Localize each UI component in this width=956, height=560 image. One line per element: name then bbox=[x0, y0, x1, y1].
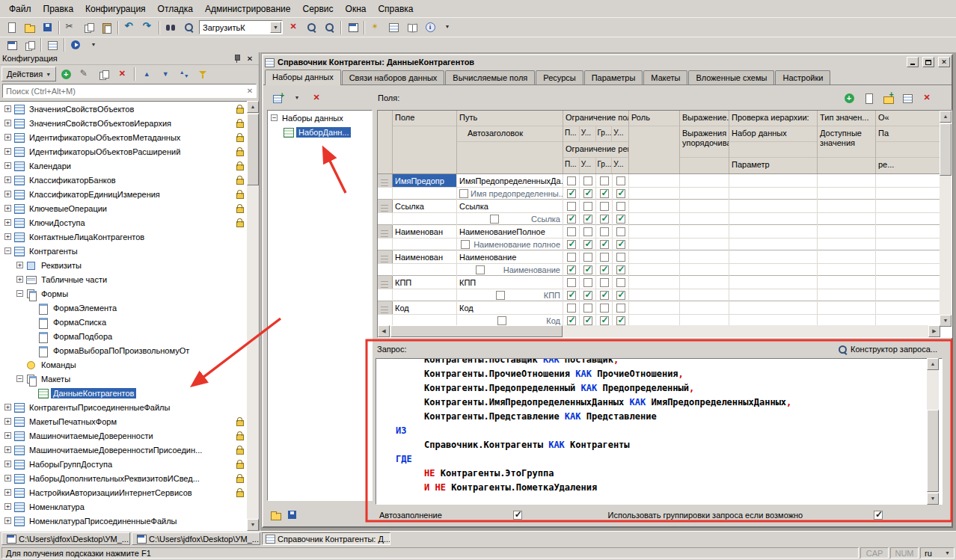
add-field-button[interactable] bbox=[840, 90, 858, 106]
row-grip[interactable] bbox=[378, 301, 393, 314]
tree-item-МашиночитаемыеДоверенностиПрисоедин[interactable]: +МашиночитаемыеДоверенностиПрисоедин... bbox=[0, 443, 259, 457]
edit-object-button[interactable] bbox=[76, 67, 94, 82]
field-path-cell[interactable]: КПП bbox=[457, 276, 563, 289]
menu-Отладка[interactable]: Отладка bbox=[152, 1, 199, 16]
tree-item-КлассификаторБанков[interactable]: +КлассификаторБанков bbox=[0, 173, 259, 187]
field-path-cell[interactable]: НаименованиеПолное bbox=[457, 225, 563, 238]
fields-table-vscrollbar[interactable]: ▲ ▼ bbox=[940, 111, 952, 327]
tree-item-КлючиДоступа[interactable]: +КлючиДоступа bbox=[0, 215, 259, 230]
autotitle-checkbox[interactable] bbox=[497, 316, 506, 325]
add-auto-field-button[interactable] bbox=[860, 90, 877, 106]
autotitle-checkbox[interactable] bbox=[461, 240, 470, 249]
tree-item-Табличныечасти[interactable]: +Табличные части bbox=[0, 272, 259, 286]
field-name-cell[interactable]: Код bbox=[393, 301, 457, 314]
query-text-editor[interactable]: Контрагенты.Поставщик КАК Поставщик,Конт… bbox=[376, 358, 943, 505]
restriction-checkbox-unchecked[interactable] bbox=[600, 202, 609, 211]
restriction-checkbox-checked[interactable] bbox=[567, 291, 576, 300]
tab-Параметры[interactable]: Параметры bbox=[584, 70, 643, 84]
syntax-check-button[interactable] bbox=[367, 19, 384, 35]
expander-expand-icon[interactable]: + bbox=[4, 475, 11, 481]
expander-expand-icon[interactable]: + bbox=[4, 404, 11, 410]
save-query-button[interactable] bbox=[285, 508, 298, 521]
expander-expand-icon[interactable]: + bbox=[4, 418, 11, 425]
field-path-cell[interactable]: ИмяПредопределенныхДа... bbox=[457, 174, 563, 187]
sort-button[interactable] bbox=[175, 67, 193, 82]
datasets-root-item[interactable]: − Наборы данных bbox=[268, 111, 372, 125]
restriction-checkbox-checked[interactable] bbox=[583, 316, 592, 325]
expander-expand-icon[interactable]: + bbox=[4, 503, 11, 510]
restriction-checkbox-unchecked[interactable] bbox=[567, 278, 576, 287]
restriction-checkbox-unchecked[interactable] bbox=[583, 253, 592, 262]
tree-item-Команды[interactable]: Команды bbox=[0, 357, 259, 372]
restriction-checkbox-unchecked[interactable] bbox=[583, 202, 592, 211]
restriction-checkbox-unchecked[interactable] bbox=[616, 304, 625, 313]
expander-expand-icon[interactable]: + bbox=[4, 219, 11, 226]
add-object-button[interactable] bbox=[57, 67, 75, 82]
format-button[interactable] bbox=[384, 19, 402, 35]
expander-expand-icon[interactable]: + bbox=[4, 176, 11, 183]
column-header-autotitle[interactable]: Автозаголовок bbox=[457, 126, 563, 142]
tree-item-Номенклатура[interactable]: +Номенклатура bbox=[0, 499, 259, 514]
tree-item-ЗначенияСвойствОбъектовИерархия[interactable]: +ЗначенияСвойствОбъектовИерархия bbox=[0, 116, 259, 130]
field-path-cell[interactable]: Код bbox=[457, 301, 563, 314]
restriction-checkbox-unchecked[interactable] bbox=[567, 176, 576, 185]
minimize-button[interactable] bbox=[907, 57, 919, 67]
scroll-thumb[interactable] bbox=[247, 114, 259, 185]
restriction-checkbox-checked[interactable] bbox=[616, 189, 625, 198]
restriction-checkbox-unchecked[interactable] bbox=[616, 202, 625, 211]
field-row[interactable]: СсылкаСсылкаСсылка bbox=[378, 200, 940, 225]
column-header-role[interactable]: Роль bbox=[629, 111, 679, 126]
tree-item-КонтактныеЛицаКонтрагентов[interactable]: +КонтактныеЛицаКонтрагентов bbox=[0, 230, 259, 244]
restriction-checkbox-unchecked[interactable] bbox=[600, 278, 609, 287]
tree-item-МашиночитаемыеДоверенности[interactable]: +МашиночитаемыеДоверенности bbox=[0, 428, 259, 443]
expander-collapse-icon[interactable]: − bbox=[4, 247, 11, 254]
restriction-checkbox-checked[interactable] bbox=[600, 240, 609, 249]
tree-item-МакетыПечатныхФорм[interactable]: +МакетыПечатныхФорм bbox=[0, 414, 259, 428]
restriction-checkbox-unchecked[interactable] bbox=[567, 253, 576, 262]
column-header-attr-restriction[interactable]: Ограничение рекв... bbox=[563, 142, 628, 158]
autotitle-checkbox[interactable] bbox=[459, 189, 468, 198]
tab-Настройки[interactable]: Настройки bbox=[775, 70, 830, 84]
restriction-checkbox-checked[interactable] bbox=[583, 189, 592, 198]
column-header-path[interactable]: Путь bbox=[457, 111, 563, 126]
delete-object-button[interactable] bbox=[113, 67, 131, 82]
expander-expand-icon[interactable]: + bbox=[4, 432, 11, 439]
restriction-checkbox-checked[interactable] bbox=[616, 291, 625, 300]
expander-expand-icon[interactable]: + bbox=[4, 233, 11, 240]
tab-Вычисляемые поля[interactable]: Вычисляемые поля bbox=[445, 70, 535, 84]
maximize-button[interactable] bbox=[922, 57, 934, 67]
column-header-expression[interactable]: Выражение... bbox=[680, 111, 729, 126]
scroll-up-icon[interactable]: ▲ bbox=[927, 358, 939, 370]
redo-button[interactable] bbox=[138, 19, 156, 35]
open-configuration-button[interactable] bbox=[2, 37, 20, 53]
tree-item-НастройкиАвторизацииИнтернетСервисов[interactable]: +НастройкиАвторизацииИнтернетСервисов bbox=[0, 485, 259, 499]
debug-options-button[interactable] bbox=[85, 37, 102, 53]
dataset-item[interactable]: НаборДанн... bbox=[268, 125, 372, 139]
actions-button[interactable]: Действия ▼ bbox=[1, 67, 56, 81]
row-grip[interactable] bbox=[378, 174, 393, 187]
scroll-left-icon[interactable]: ◀ bbox=[378, 325, 390, 337]
quick-search-combo[interactable]: ЗагрузитьК ▼ bbox=[199, 20, 283, 34]
toolbar-options-button[interactable] bbox=[438, 19, 456, 35]
menu-Сервис[interactable]: Сервис bbox=[296, 1, 339, 16]
move-down-button[interactable] bbox=[156, 67, 174, 82]
tree-item-Макеты[interactable]: −Макеты bbox=[0, 372, 259, 386]
search-next-button[interactable] bbox=[302, 19, 320, 35]
add-dataset-button[interactable] bbox=[269, 90, 287, 106]
tab-Связи наборов данных[interactable]: Связи наборов данных bbox=[342, 70, 445, 84]
restriction-checkbox-checked[interactable] bbox=[567, 189, 576, 198]
load-query-button[interactable] bbox=[269, 508, 282, 521]
query-constructor-link[interactable]: Конструктор запроса... bbox=[837, 344, 949, 355]
tree-item-ЗначенияСвойствОбъектов[interactable]: +ЗначенияСвойствОбъектов bbox=[0, 102, 259, 116]
expander-expand-icon[interactable]: + bbox=[4, 191, 11, 197]
restriction-checkbox-unchecked[interactable] bbox=[616, 176, 625, 185]
menu-Администрирование[interactable]: Администрирование bbox=[199, 1, 296, 16]
row-grip[interactable] bbox=[378, 200, 393, 212]
autotitle-checkbox[interactable] bbox=[476, 265, 485, 274]
tree-item-НаборыГруппДоступа[interactable]: +НаборыГруппДоступа bbox=[0, 457, 259, 471]
field-name-cell[interactable]: Наименован bbox=[393, 225, 457, 238]
scroll-thumb[interactable] bbox=[927, 410, 939, 492]
add-field-folder-button[interactable] bbox=[879, 90, 897, 106]
field-row[interactable]: НаименованНаименованиеПолноеНаименование… bbox=[378, 225, 940, 250]
search-prev-button[interactable] bbox=[320, 19, 338, 35]
